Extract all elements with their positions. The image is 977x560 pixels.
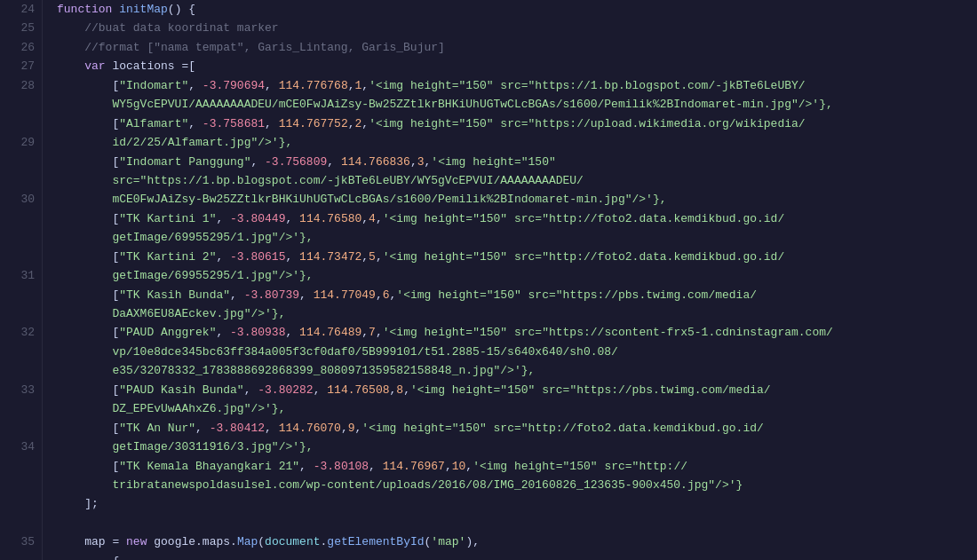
str-token: e35/32078332_1783888692868399_8080971359…: [57, 364, 535, 377]
code-line: [57, 514, 977, 532]
line-number: [7, 399, 35, 418]
neg-token: -3.80449: [230, 212, 285, 225]
str-token: '<img height="150" src="http://foto2.dat…: [383, 250, 784, 264]
code-line: mCE0FwJAiZsy-Bw25ZZtlkrBHKiUhUGTwCLcBGAs…: [57, 190, 977, 209]
code-line: ["Indomart Panggung", -3.756809, 114.766…: [57, 153, 977, 171]
line-number: [7, 228, 35, 247]
str-token: getImage/69955295/1.jpg"/>'},: [57, 231, 314, 244]
plain-token: ];: [57, 497, 99, 510]
plain-token: [: [57, 383, 119, 397]
num-token: 10: [452, 460, 466, 473]
plain-token: [: [57, 117, 119, 130]
code-line: getImage/69955295/1.jpg"/>'},: [57, 266, 977, 285]
plain-token: ,: [216, 250, 230, 264]
kw-token: function: [57, 3, 119, 16]
code-line: ["Indomart", -3.790694, 114.776768,1,'<i…: [57, 76, 977, 95]
plain-token: ,: [195, 422, 210, 435]
plain-token: ,: [361, 212, 369, 225]
line-number: 34: [7, 438, 35, 456]
str-token: '<img height="150": [431, 155, 555, 169]
str-token: "Indomart": [119, 79, 188, 92]
str-token: "TK Kasih Bunda": [119, 288, 230, 302]
line-number: 24: [7, 0, 35, 19]
neg-token: -3.758681: [203, 117, 265, 130]
str-token: '<img height="150" src="https://scontent…: [383, 326, 833, 339]
str-token: '<img height="150" src="https://pbs.twim…: [396, 288, 757, 302]
method-token: document: [265, 535, 320, 548]
str-token: "TK Kartini 2": [119, 250, 216, 264]
code-line: //format ["nama tempat", Garis_Lintang, …: [57, 38, 977, 57]
num-token: 3: [417, 155, 425, 169]
code-content[interactable]: function initMap() { //buat data koordin…: [43, 0, 977, 560]
str-token: src="https://1.bp.blogspot.com/-jkBTe6Le…: [57, 174, 584, 187]
str-token: WY5gVcEPVUI/AAAAAAAADEU/mCE0FwJAiZsy-Bw2…: [57, 98, 833, 111]
plain-token: ,: [361, 250, 369, 264]
cmt-token: //buat data koordinat marker: [57, 21, 279, 35]
line-number: [7, 114, 35, 133]
line-number: [7, 343, 35, 361]
line-number: 35: [7, 532, 35, 551]
neg-token: -3.80282: [258, 383, 313, 397]
num-token: 114.776768: [279, 79, 348, 92]
plain-token: () {: [168, 3, 195, 16]
str-token: "Alfamart": [119, 117, 188, 130]
plain-token: [: [57, 250, 119, 264]
code-line: ["TK Kemala Bhayangkari 21", -3.80108, 1…: [57, 457, 977, 476]
plain-token: ,: [465, 460, 473, 473]
plain-token: ,: [250, 155, 265, 169]
plain-token: [: [57, 288, 119, 302]
num-token: 114.77049: [314, 288, 376, 302]
plain-token: ,: [445, 460, 452, 473]
str-token: DaAXM6EU8AEckev.jpg"/>'},: [57, 307, 285, 320]
plain-token: [: [57, 155, 119, 169]
plain-token: ,: [341, 422, 348, 435]
cmt-token: //format ["nama tempat", Garis_Lintang, …: [57, 41, 445, 54]
code-line: ["TK An Nur", -3.80412, 114.76070,9,'<im…: [57, 419, 977, 438]
kw-token: var: [84, 59, 112, 73]
num-token: 7: [369, 326, 376, 339]
code-line: e35/32078332_1783888692868399_8080971359…: [57, 361, 977, 380]
line-number: [7, 457, 35, 476]
plain-token: ,: [361, 117, 369, 130]
str-token: "TK Kemala Bhayangkari 21": [119, 460, 299, 473]
str-token: mCE0FwJAiZsy-Bw25ZZtlkrBHKiUhUGTwCLcBGAs…: [57, 193, 667, 206]
code-line: //buat data koordinat marker: [57, 19, 977, 37]
code-line: var locations =[: [57, 57, 977, 75]
plain-token: ,: [299, 460, 314, 473]
num-token: 5: [369, 250, 376, 264]
plain-token: locations =[: [112, 59, 195, 73]
str-token: getImage/30311916/3.jpg"/>'},: [57, 440, 314, 454]
plain-token: ),: [465, 535, 480, 548]
str-token: '<img height="150" src="https://pbs.twim…: [410, 383, 771, 397]
line-number: [7, 153, 35, 171]
plain-token: ,: [244, 383, 258, 397]
plain-token: ,: [299, 288, 314, 302]
plain-token: ,: [216, 326, 230, 339]
code-line: ["TK Kartini 2", -3.80615, 114.73472,5,'…: [57, 248, 977, 266]
code-line: DaAXM6EU8AEckev.jpg"/>'},: [57, 304, 977, 323]
plain-token: ,: [265, 79, 279, 92]
code-line: getImage/30311916/3.jpg"/>'},: [57, 438, 977, 456]
plain-token: [: [57, 212, 119, 225]
num-token: 9: [348, 422, 355, 435]
line-number: [7, 514, 35, 532]
plain-token: (: [258, 535, 265, 548]
str-token: "Indomart Panggung": [119, 155, 250, 169]
num-token: 114.766836: [341, 155, 410, 169]
line-number: 30: [7, 190, 35, 209]
line-number: 32: [7, 323, 35, 342]
line-number: [7, 286, 35, 304]
plain-token: =: [106, 535, 126, 548]
str-token: vp/10e8dce345bc63ff384a005f3cf0daf0/5B99…: [57, 345, 618, 359]
line-number: [7, 361, 35, 380]
num-token: 114.76967: [383, 460, 445, 473]
code-line: getImage/69955295/1.jpg"/>'},: [57, 228, 977, 247]
plain-token: ,: [376, 212, 383, 225]
line-number: [7, 95, 35, 114]
plain-token: ,: [376, 326, 383, 339]
num-token: 8: [396, 383, 403, 397]
plain-token: [57, 535, 84, 548]
code-line: ["TK Kasih Bunda", -3.80739, 114.77049,6…: [57, 286, 977, 304]
plain-token: ,: [188, 117, 203, 130]
line-number: [7, 209, 35, 228]
